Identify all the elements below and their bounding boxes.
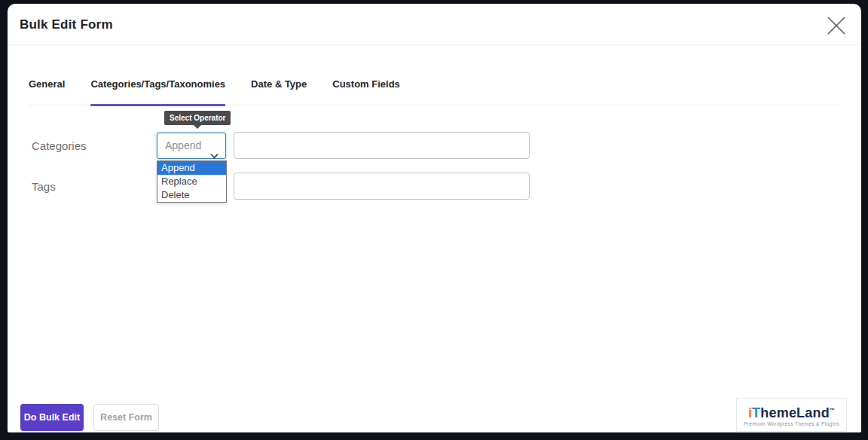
close-button[interactable] bbox=[825, 14, 848, 37]
ithemeland-logo: iThemeLand™ Premium Wordpress Themes & P… bbox=[736, 398, 847, 432]
modal-header: Bulk Edit Form bbox=[8, 4, 861, 45]
dropdown-option-replace[interactable]: Replace bbox=[157, 175, 226, 188]
close-icon bbox=[825, 14, 848, 37]
tab-date-type[interactable]: Date & Type bbox=[251, 78, 307, 105]
categories-label: Categories bbox=[32, 133, 87, 159]
categories-operator-select[interactable]: Append bbox=[157, 133, 226, 159]
operator-select-value: Append bbox=[165, 139, 201, 151]
categories-value-input[interactable] bbox=[234, 132, 530, 159]
dropdown-option-delete[interactable]: Delete bbox=[157, 188, 226, 202]
select-operator-tooltip: Select Operator bbox=[164, 111, 231, 125]
tab-custom-fields[interactable]: Custom Fields bbox=[332, 78, 400, 105]
logo-brand-text: iThemeLand™ bbox=[748, 404, 835, 420]
tags-label: Tags bbox=[32, 173, 56, 200]
dropdown-option-append[interactable]: Append bbox=[157, 161, 226, 175]
tags-value-input[interactable] bbox=[234, 173, 530, 200]
bulk-edit-modal: Bulk Edit Form General Categories/Tags/T… bbox=[8, 4, 861, 432]
modal-title: Bulk Edit Form bbox=[20, 4, 113, 45]
tab-bar: General Categories/Tags/Taxonomies Date … bbox=[29, 45, 840, 105]
tab-general[interactable]: General bbox=[29, 78, 65, 105]
reset-form-button[interactable]: Reset Form bbox=[93, 404, 159, 431]
operator-dropdown-list: Append Replace Delete bbox=[157, 160, 227, 203]
tab-categories-tags-taxonomies[interactable]: Categories/Tags/Taxonomies bbox=[90, 78, 225, 105]
logo-tagline: Premium Wordpress Themes & Plugins bbox=[744, 421, 839, 426]
do-bulk-edit-button[interactable]: Do Bulk Edit bbox=[20, 404, 84, 431]
